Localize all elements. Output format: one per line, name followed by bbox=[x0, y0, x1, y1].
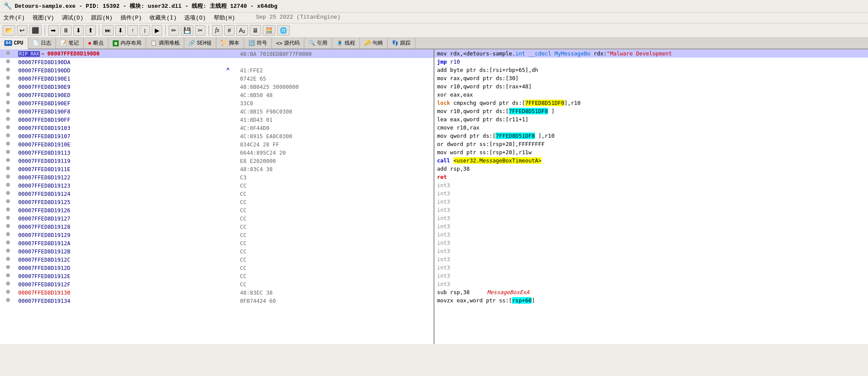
disasm-row[interactable]: 00007FFED8D1911E48:83C4 38 bbox=[0, 165, 434, 173]
instr-row[interactable]: mov word ptr ss:[rsp+20],r11w bbox=[434, 148, 868, 156]
instr-panel[interactable]: mov rdx,<detours-sample.int __cdecl MyMe… bbox=[434, 49, 868, 344]
menu-help[interactable]: 帮助(H) bbox=[214, 14, 235, 22]
disasm-row[interactable]: 00007FFED8D190DD^41:FFE2 bbox=[0, 66, 434, 75]
disasm-row[interactable]: 00007FFED8D190EF33C0 bbox=[0, 99, 434, 107]
disasm-row[interactable]: 00007FFED8D191340FB74424 60 bbox=[0, 297, 434, 305]
disasm-row[interactable]: 00007FFED8D1912CCC bbox=[0, 256, 434, 264]
instr-row[interactable]: lea eax,qword ptr ds:[r11+1] bbox=[434, 115, 868, 123]
disasm-row[interactable]: 00007FFED8D19123CC bbox=[0, 182, 434, 190]
menu-view[interactable]: 视图(V) bbox=[33, 14, 54, 22]
disasm-row[interactable]: 00007FFED8D1912BCC bbox=[0, 247, 434, 256]
btn-run[interactable]: ➡ bbox=[48, 25, 59, 36]
disasm-row[interactable]: 00007FFED8D1910E834C24 28 FF bbox=[0, 140, 434, 149]
disasm-row[interactable]: 00007FFED8D191136644:895C24 20 bbox=[0, 149, 434, 157]
btn-trace-over[interactable]: ↑ bbox=[127, 25, 138, 36]
disasm-row[interactable]: 00007FFED8D19122C3 bbox=[0, 173, 434, 182]
tab-callstack[interactable]: 📋 调用堆栈 bbox=[146, 38, 184, 49]
instr-row[interactable]: int3 bbox=[434, 198, 868, 206]
btn-restart[interactable]: ↩ bbox=[17, 25, 27, 36]
btn-step-into[interactable]: ⬇ bbox=[73, 25, 84, 36]
instr-row[interactable]: int3 bbox=[434, 181, 868, 189]
instr-row[interactable]: add rsp,38 bbox=[434, 165, 868, 173]
instr-row[interactable]: int3 bbox=[434, 255, 868, 263]
btn-search[interactable]: ✂ bbox=[195, 25, 206, 36]
btn-step-over[interactable]: ⬆ bbox=[85, 25, 96, 36]
disasm-row[interactable]: 00007FFED8D191074C:8915 EA8C0300 bbox=[0, 132, 434, 140]
disasm-row[interactable]: 00007FFED8D1912ECC bbox=[0, 272, 434, 280]
instr-row[interactable]: xor eax,eax bbox=[434, 91, 868, 99]
tab-references[interactable]: 🔍 引用 bbox=[304, 38, 332, 49]
instr-row[interactable]: int3 bbox=[434, 206, 868, 214]
menu-options[interactable]: 选项(O) bbox=[184, 14, 206, 22]
btn-step-back[interactable]: ⬇ bbox=[115, 25, 126, 36]
instr-row[interactable]: ret bbox=[434, 173, 868, 181]
disasm-row[interactable]: 00007FFED8D19126CC bbox=[0, 206, 434, 214]
disasm-row[interactable]: 00007FFED8D190E10742E 65 bbox=[0, 75, 434, 83]
instr-row[interactable]: int3 bbox=[434, 214, 868, 222]
btn-a2[interactable]: A₂ bbox=[236, 25, 248, 36]
btn-close[interactable]: ⬛ bbox=[29, 25, 42, 36]
instr-row[interactable]: mov rdx,<detours-sample.int __cdecl MyMe… bbox=[434, 49, 868, 58]
tab-trace[interactable]: 👣 跟踪 bbox=[388, 38, 415, 49]
btn-pause[interactable]: ⏸ bbox=[60, 25, 72, 36]
disasm-row[interactable]: 00007FFED8D19127CC bbox=[0, 214, 434, 223]
disasm-row[interactable]: 00007FFED8D190DA bbox=[0, 58, 434, 66]
tab-breakpoints[interactable]: ● 断点 bbox=[84, 38, 108, 49]
menu-plugin[interactable]: 插件(P) bbox=[121, 14, 142, 22]
tab-memory[interactable]: ▦ 内存布局 bbox=[108, 38, 146, 49]
disasm-row[interactable]: 00007FFED8D190F84C:8B15 F98C0300 bbox=[0, 107, 434, 116]
tab-log[interactable]: 📄 日志 bbox=[28, 38, 56, 49]
btn-fx[interactable]: fx bbox=[212, 25, 222, 36]
tab-symbols[interactable]: 🔣 符号 bbox=[244, 38, 272, 49]
instr-row[interactable]: int3 bbox=[434, 239, 868, 247]
menu-trace[interactable]: 跟踪(N) bbox=[91, 14, 112, 22]
instr-row[interactable]: mov r10,qword ptr ds:[7FFED8D51DF8 ] bbox=[434, 107, 868, 115]
disasm-panel[interactable]: RIP RAX→ 00007FFED8D190D048:BA 7010EDB8F… bbox=[0, 49, 434, 344]
tab-script[interactable]: 📜 脚本 bbox=[216, 38, 244, 49]
instr-row[interactable]: int3 bbox=[434, 272, 868, 280]
disasm-row[interactable]: 00007FFED8D191034C:0F44D0 bbox=[0, 124, 434, 132]
tab-seh[interactable]: 🔗 SEH链 bbox=[184, 38, 216, 49]
btn-monitor[interactable]: 🖥 bbox=[250, 25, 261, 36]
disasm-row[interactable]: 00007FFED8D19124CC bbox=[0, 190, 434, 198]
menu-file[interactable]: 文件(F) bbox=[3, 14, 25, 22]
disasm-row[interactable]: RIP RAX→ 00007FFED8D190D048:BA 7010EDB8F… bbox=[0, 49, 434, 58]
btn-globe[interactable]: 🌐 bbox=[277, 25, 290, 36]
instr-row[interactable]: movzx eax,word ptr ss:[rsp+60] bbox=[434, 296, 868, 305]
instr-row[interactable]: add byte ptr ds:[rsi+rbp+65],dh bbox=[434, 66, 868, 74]
btn-animate[interactable]: ▶ bbox=[152, 25, 162, 36]
disasm-row[interactable]: 00007FFED8D190E948:8B0425 30000000 bbox=[0, 83, 434, 91]
disasm-row[interactable]: 00007FFED8D1912ACC bbox=[0, 239, 434, 247]
menu-favorites[interactable]: 收藏夹(I) bbox=[150, 14, 176, 22]
btn-trace-into[interactable]: ↕ bbox=[140, 25, 150, 36]
btn-patch[interactable]: ✏ bbox=[169, 25, 179, 36]
instr-row[interactable]: int3 bbox=[434, 189, 868, 198]
instr-row[interactable]: mov qword ptr ds:[7FFED8D51DF8 ],r10 bbox=[434, 132, 868, 140]
disasm-row[interactable]: 00007FFED8D19128CC bbox=[0, 223, 434, 231]
tab-cpu[interactable]: 64 CPU bbox=[0, 38, 28, 49]
disasm-row[interactable]: 00007FFED8D19129CC bbox=[0, 231, 434, 239]
disasm-row[interactable]: 00007FFED8D1912FCC bbox=[0, 280, 434, 288]
menu-debug[interactable]: 调试(D) bbox=[62, 14, 83, 22]
instr-row[interactable]: call <user32.MessageBoxTimeoutA> bbox=[434, 156, 868, 165]
btn-open[interactable]: 📂 bbox=[3, 25, 15, 36]
tab-notes[interactable]: 📝 笔记 bbox=[56, 38, 84, 49]
disasm-row[interactable]: 00007FFED8D190FF41:8D43 01 bbox=[0, 116, 434, 124]
instr-row[interactable]: int3 bbox=[434, 230, 868, 239]
btn-save[interactable]: 💾 bbox=[181, 25, 193, 36]
instr-row[interactable]: jmp r10 bbox=[434, 58, 868, 66]
instr-row[interactable]: mov rax,qword ptr ds:[30] bbox=[434, 74, 868, 82]
btn-hash[interactable]: # bbox=[224, 25, 235, 36]
instr-row[interactable]: int3 bbox=[434, 247, 868, 255]
instr-row[interactable]: int3 bbox=[434, 263, 868, 272]
disasm-row[interactable]: 00007FFED8D1913048:83EC 38 bbox=[0, 288, 434, 297]
tab-threads[interactable]: 🧵 线程 bbox=[332, 38, 360, 49]
btn-exec-till-return[interactable]: ⏭ bbox=[102, 25, 114, 36]
instr-row[interactable]: mov r10,qword ptr ds:[rax+48] bbox=[434, 82, 868, 91]
tab-source[interactable]: <> 源代码 bbox=[272, 38, 304, 49]
disasm-row[interactable]: 00007FFED8D19125CC bbox=[0, 198, 434, 206]
disasm-row[interactable]: 00007FFED8D19119E8 E2020000 bbox=[0, 157, 434, 165]
btn-calc[interactable]: 🧮 bbox=[263, 25, 275, 36]
instr-row[interactable]: or dword ptr ss:[rsp+28],FFFFFFFF bbox=[434, 140, 868, 148]
disasm-row[interactable]: 00007FFED8D1912DCC bbox=[0, 264, 434, 272]
